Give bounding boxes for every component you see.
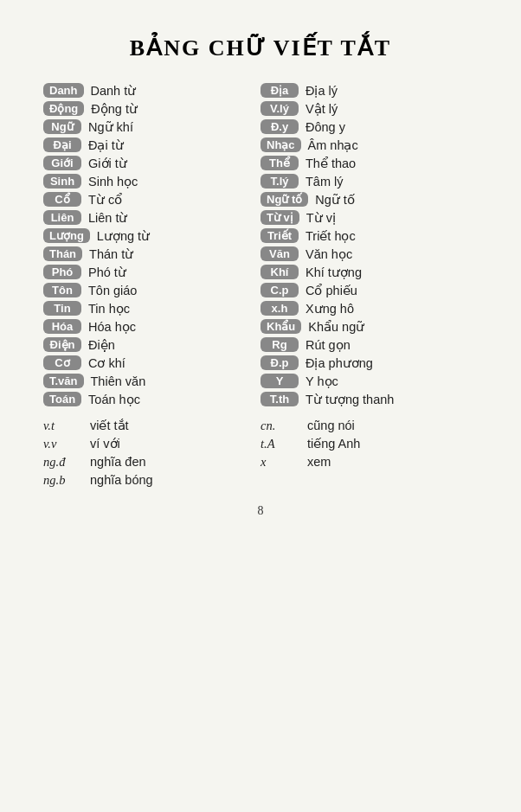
label-left: Tôn giáo (88, 284, 137, 297)
badge-left: Hóa (43, 319, 81, 334)
label-left: Cơ khí (88, 356, 125, 370)
badge-left: Điện (43, 337, 81, 352)
label-right: Âm nhạc (308, 138, 358, 152)
label-right: Thể thao (306, 157, 356, 170)
badge-left: Lượng (43, 228, 90, 243)
badge-right: T.th (260, 392, 299, 406)
col-left: Tôn Tôn giáo (43, 282, 260, 298)
page-title: BẢNG CHỮ VIẾT TẮT (43, 35, 478, 61)
italic-key-right: t.A (260, 437, 299, 451)
col-right: Y Y học (260, 373, 478, 389)
col-right: T.lý Tâm lý (260, 173, 478, 189)
label-right: Tâm lý (306, 175, 344, 189)
badge-right: Địa (260, 83, 299, 98)
abbr-row: Liên Liên từ Từ vị Từ vị (43, 209, 478, 226)
label-right: Khí tượng (306, 265, 362, 279)
col-left: Tin Tin học (43, 300, 260, 316)
col-right: Thể Thể thao (260, 155, 478, 171)
badge-left: Thán (43, 246, 82, 261)
badge-right: Đ.p (260, 355, 299, 370)
label-right: Cổ phiếu (306, 284, 357, 297)
label-right: Xưng hô (306, 302, 354, 316)
col-right: Triết Triết học (260, 227, 478, 244)
label-left: Điện (88, 338, 115, 352)
italic-key-right: x (260, 455, 299, 470)
col-left: Liên Liên từ (43, 209, 260, 226)
label-left: Lượng từ (97, 229, 150, 243)
col-left: Động Động từ (43, 100, 260, 117)
col-left: Điện Điện (43, 336, 260, 353)
label-left: Toán học (88, 393, 140, 406)
badge-left: Phó (43, 265, 81, 279)
abbreviation-table: Danh Danh từ Địa Địa lý Động Động từ V.l… (43, 82, 478, 407)
italic-row: ng.b nghĩa bóng (43, 472, 478, 489)
col-right: Ngữ tố Ngữ tố (260, 191, 478, 208)
badge-right: Khẩu (260, 319, 301, 334)
label-left: Ngữ khí (88, 120, 133, 134)
italic-col-left: ng.đ nghĩa đen (43, 454, 260, 470)
italic-row: ng.đ nghĩa đen x xem (43, 454, 478, 470)
italic-col-left: v.v ví với (43, 436, 260, 452)
col-left: Cổ Từ cổ (43, 191, 260, 208)
label-right: Đông y (306, 120, 345, 134)
badge-right: Từ vị (260, 210, 299, 225)
italic-col-right: cn. cũng nói (260, 418, 478, 434)
col-right: Khí Khí tượng (260, 264, 478, 280)
abbr-row: Tôn Tôn giáo C.p Cổ phiếu (43, 282, 478, 298)
badge-left: Tin (43, 301, 81, 316)
abbr-row: Lượng Lượng từ Triết Triết học (43, 227, 478, 244)
italic-key-left: v.t (43, 419, 81, 433)
col-left: T.văn Thiên văn (43, 373, 260, 389)
abbr-row: Toán Toán học T.th Từ tượng thanh (43, 391, 478, 407)
italic-key-right: cn. (260, 419, 299, 433)
italic-key-left: ng.b (43, 473, 81, 488)
label-right: Khẩu ngữ (308, 320, 364, 334)
label-left: Thán từ (89, 247, 133, 261)
italic-val-right: tiếng Anh (307, 437, 360, 451)
badge-right: Đ.y (260, 119, 299, 134)
col-left: Đại Đại từ (43, 137, 260, 153)
abbr-row: Cổ Từ cổ Ngữ tố Ngữ tố (43, 191, 478, 208)
label-right: Triết học (306, 229, 356, 243)
badge-right: Rg (260, 337, 299, 352)
col-right: Khẩu Khẩu ngữ (260, 318, 478, 335)
col-right: C.p Cổ phiếu (260, 282, 478, 298)
badge-right: Thể (260, 156, 299, 170)
badge-left: T.văn (43, 374, 84, 388)
abbr-row: Giới Giới từ Thể Thể thao (43, 155, 478, 171)
abbr-row: Phó Phó từ Khí Khí tượng (43, 264, 478, 280)
label-right: Địa phương (306, 356, 373, 370)
col-left: Danh Danh từ (43, 82, 260, 99)
label-left: Phó từ (88, 265, 126, 279)
italic-col-right: x xem (260, 454, 478, 470)
badge-left: Sinh (43, 174, 81, 189)
italic-col-left: ng.b nghĩa bóng (43, 472, 260, 489)
badge-right: Nhạc (260, 137, 301, 152)
page: BẢNG CHỮ VIẾT TẮT Danh Danh từ Địa Địa l… (0, 0, 521, 812)
col-right: Nhạc Âm nhạc (260, 137, 478, 153)
label-left: Thiên văn (91, 374, 146, 388)
badge-left: Cổ (43, 192, 81, 207)
badge-left: Giới (43, 156, 81, 170)
label-left: Hóa học (88, 320, 136, 334)
italic-val-left: ví với (90, 437, 120, 451)
label-left: Giới từ (88, 157, 127, 170)
badge-right: x.h (260, 301, 299, 316)
italic-key-left: ng.đ (43, 455, 81, 470)
label-right: Rút gọn (306, 338, 351, 352)
badge-left: Tôn (43, 283, 81, 297)
col-left: Sinh Sinh học (43, 173, 260, 189)
abbr-row: Tin Tin học x.h Xưng hô (43, 300, 478, 316)
abbr-row: Hóa Hóa học Khẩu Khẩu ngữ (43, 318, 478, 335)
col-left: Lượng Lượng từ (43, 227, 260, 244)
abbr-row: Điện Điện Rg Rút gọn (43, 336, 478, 353)
col-right: Rg Rút gọn (260, 336, 478, 353)
col-right: Từ vị Từ vị (260, 209, 478, 226)
col-left: Phó Phó từ (43, 264, 260, 280)
italic-section: v.t viết tắt cn. cũng nói v.v ví với t.A… (43, 418, 478, 489)
italic-row: v.t viết tắt cn. cũng nói (43, 418, 478, 434)
italic-col-right (260, 472, 478, 489)
badge-left: Đại (43, 137, 81, 152)
abbr-row: Đại Đại từ Nhạc Âm nhạc (43, 137, 478, 153)
col-right: T.th Từ tượng thanh (260, 391, 478, 407)
